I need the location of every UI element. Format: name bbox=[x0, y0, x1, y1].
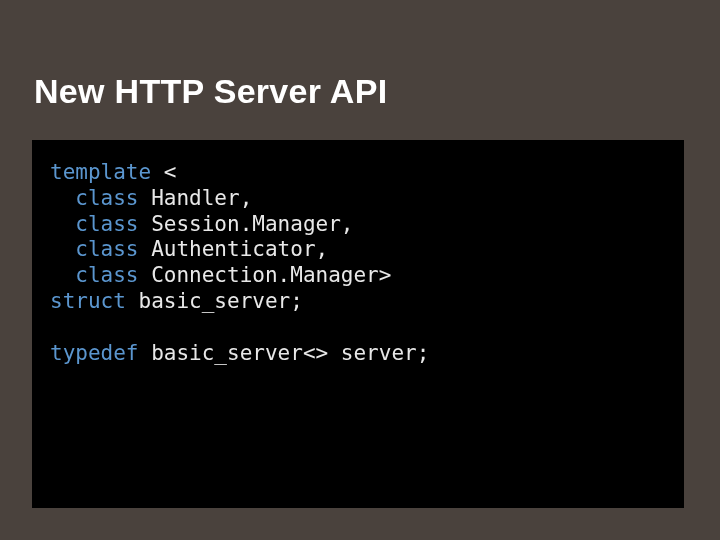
code-punct: , bbox=[316, 237, 329, 261]
page-title: New HTTP Server API bbox=[34, 72, 387, 111]
code-ident: basic_server bbox=[139, 341, 303, 365]
code-keyword: class bbox=[75, 237, 138, 261]
code-keyword: class bbox=[75, 212, 138, 236]
slide: New HTTP Server API template < class Han… bbox=[0, 0, 720, 540]
code-punct: ; bbox=[417, 341, 430, 365]
code-ident: Session.Manager bbox=[139, 212, 341, 236]
code-punct: ; bbox=[290, 289, 303, 313]
code-keyword: class bbox=[75, 263, 138, 287]
code-punct: < bbox=[151, 160, 176, 184]
code-keyword: typedef bbox=[50, 341, 139, 365]
code-ident: Handler bbox=[139, 186, 240, 210]
code-block: template < class Handler, class Session.… bbox=[32, 140, 684, 508]
code-content: template < class Handler, class Session.… bbox=[50, 160, 666, 367]
code-keyword: struct bbox=[50, 289, 126, 313]
code-ident: Connection.Manager bbox=[139, 263, 379, 287]
code-punct: , bbox=[240, 186, 253, 210]
code-keyword: template bbox=[50, 160, 151, 184]
code-ident: server bbox=[341, 341, 417, 365]
code-punct: <> bbox=[303, 341, 341, 365]
code-ident: Authenticator bbox=[139, 237, 316, 261]
code-punct: > bbox=[379, 263, 392, 287]
code-keyword: class bbox=[75, 186, 138, 210]
code-punct: , bbox=[341, 212, 354, 236]
code-ident: basic_server bbox=[126, 289, 290, 313]
